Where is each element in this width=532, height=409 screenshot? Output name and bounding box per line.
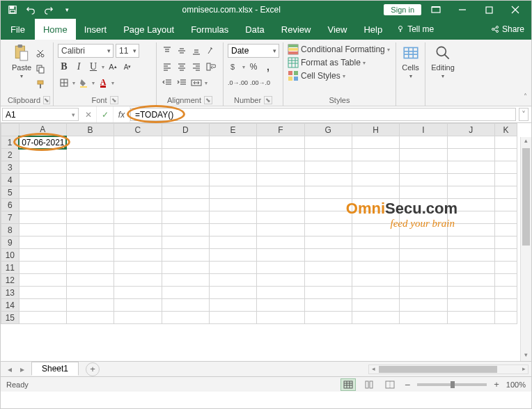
row-header[interactable]: 14 (1, 299, 19, 312)
fill-color-icon[interactable] (77, 76, 90, 90)
tab-page-layout[interactable]: Page Layout (115, 19, 182, 40)
zoom-value[interactable]: 100% (506, 380, 526, 389)
collapse-ribbon-icon[interactable]: ˄ (524, 93, 527, 100)
col-header[interactable]: G (304, 124, 352, 136)
orientation-icon[interactable] (205, 44, 217, 58)
col-header[interactable]: F (257, 124, 304, 136)
undo-icon[interactable] (23, 2, 38, 17)
decrease-indent-icon[interactable] (161, 76, 173, 90)
cell[interactable] (400, 136, 447, 149)
tab-view[interactable]: View (319, 19, 355, 40)
row-header[interactable]: 8 (1, 224, 19, 236)
number-format-select[interactable]: Date (228, 44, 279, 58)
col-header[interactable]: H (352, 124, 399, 136)
alignment-launcher[interactable]: ⬊ (204, 96, 212, 104)
underline-button[interactable]: U (87, 60, 100, 74)
format-as-table-button[interactable]: Format as Table▾ (288, 57, 391, 68)
col-header[interactable]: E (209, 124, 256, 136)
shrink-font-icon[interactable]: A▾ (121, 60, 134, 74)
row-header[interactable]: 3 (1, 161, 19, 174)
accounting-icon[interactable]: $ (228, 60, 240, 74)
cell-styles-button[interactable]: Cell Styles▾ (288, 70, 391, 81)
align-bottom-icon[interactable] (190, 44, 203, 58)
align-right-icon[interactable] (190, 60, 203, 74)
format-painter-icon[interactable] (34, 77, 47, 91)
cell[interactable] (352, 136, 399, 149)
close-button[interactable] (503, 1, 527, 19)
tab-nav-next[interactable]: ▸ (16, 364, 29, 374)
cell[interactable] (66, 136, 114, 149)
align-top-icon[interactable] (161, 44, 173, 58)
enter-formula-icon[interactable]: ✓ (97, 106, 114, 122)
row-header[interactable]: 6 (1, 199, 19, 211)
sheet-tab[interactable]: Sheet1 (31, 362, 79, 376)
cell[interactable] (209, 136, 256, 149)
row-header[interactable]: 12 (1, 274, 19, 287)
cut-icon[interactable] (34, 47, 47, 61)
col-header[interactable]: C (114, 124, 162, 136)
row-header[interactable]: 15 (1, 312, 19, 324)
bold-button[interactable]: B (58, 60, 70, 74)
increase-decimal-icon[interactable]: .0→.00 (228, 76, 248, 90)
cell[interactable] (257, 136, 304, 149)
share-button[interactable]: Share (484, 19, 531, 40)
row-header[interactable]: 10 (1, 249, 19, 262)
sign-in-button[interactable]: Sign in (384, 4, 421, 15)
tab-review[interactable]: Review (273, 19, 320, 40)
col-header[interactable]: B (66, 124, 114, 136)
formula-input[interactable]: =TODAY() (130, 108, 516, 121)
col-header[interactable]: I (400, 124, 447, 136)
tab-file[interactable]: File (1, 19, 35, 40)
clipboard-launcher[interactable]: ⬊ (43, 96, 50, 104)
merge-center-icon[interactable] (190, 76, 203, 90)
conditional-formatting-button[interactable]: Conditional Formatting▾ (288, 44, 391, 55)
worksheet-grid[interactable]: A B C D E F G H I J K 107-06-2021 2 3 4 … (1, 123, 531, 361)
number-launcher[interactable]: ⬊ (264, 96, 272, 104)
grow-font-icon[interactable]: A▴ (107, 60, 119, 74)
tab-nav-prev[interactable]: ◂ (3, 364, 16, 374)
editing-button[interactable]: Editing ▾ (430, 44, 456, 79)
maximize-button[interactable] (477, 1, 501, 19)
cell[interactable] (162, 136, 209, 149)
row-header[interactable]: 1 (1, 136, 19, 149)
italic-button[interactable]: I (72, 60, 85, 74)
percent-icon[interactable]: % (247, 60, 260, 74)
zoom-in-button[interactable]: + (492, 379, 501, 390)
view-page-break-icon[interactable] (382, 378, 398, 391)
view-normal-icon[interactable] (341, 378, 356, 391)
col-header[interactable]: J (447, 124, 494, 136)
view-page-layout-icon[interactable] (361, 378, 377, 391)
decrease-decimal-icon[interactable]: .00→.0 (250, 76, 270, 90)
font-name-select[interactable]: Calibri (58, 44, 114, 58)
align-center-icon[interactable] (175, 60, 188, 74)
row-header[interactable]: 2 (1, 149, 19, 161)
tab-formulas[interactable]: Formulas (182, 19, 237, 40)
redo-icon[interactable] (41, 2, 56, 17)
ribbon-options-icon[interactable] (424, 1, 448, 19)
cells-button[interactable]: Cells ▾ (400, 44, 421, 79)
horizontal-scrollbar[interactable]: ◂▸ (368, 364, 529, 374)
cell-a1[interactable]: 07-06-2021 (19, 136, 66, 149)
tab-home[interactable]: Home (35, 19, 76, 40)
select-all[interactable] (1, 124, 19, 136)
wrap-text-icon[interactable] (205, 60, 217, 74)
col-header[interactable]: K (494, 124, 517, 136)
row-header[interactable]: 9 (1, 236, 19, 249)
row-header[interactable]: 5 (1, 186, 19, 199)
name-box[interactable]: A1 (2, 108, 79, 121)
font-size-select[interactable]: 11 (116, 44, 139, 58)
cell[interactable] (447, 136, 494, 149)
cell[interactable] (304, 136, 352, 149)
qa-more-icon[interactable]: ▾ (59, 2, 75, 17)
cell[interactable] (114, 136, 162, 149)
col-header[interactable]: A (19, 124, 66, 136)
align-left-icon[interactable] (161, 60, 173, 74)
col-header[interactable]: D (162, 124, 209, 136)
expand-formula-icon[interactable]: ˅ (519, 108, 529, 121)
row-header[interactable]: 7 (1, 211, 19, 224)
align-middle-icon[interactable] (175, 44, 188, 58)
copy-icon[interactable] (34, 62, 47, 76)
font-launcher[interactable]: ⬊ (110, 96, 118, 104)
tab-data[interactable]: Data (237, 19, 272, 40)
minimize-button[interactable] (451, 1, 474, 19)
